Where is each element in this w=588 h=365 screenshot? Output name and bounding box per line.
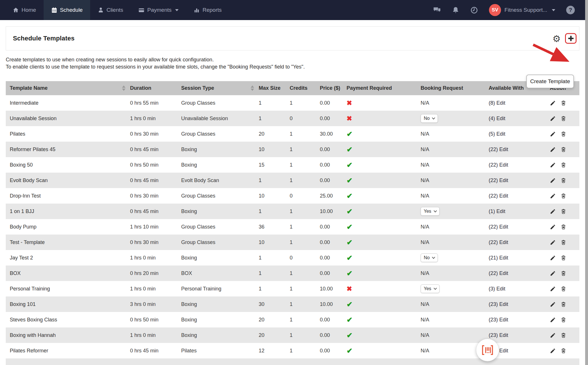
gear-icon[interactable]: ⚙ [552, 34, 561, 43]
delete-template-button[interactable] [560, 224, 566, 230]
payment-required-no-icon: ✖ [347, 99, 352, 107]
delete-template-button[interactable] [560, 100, 566, 106]
edit-template-button[interactable] [550, 255, 556, 261]
delete-template-button[interactable] [560, 286, 566, 292]
booking-request-select[interactable]: Yes [421, 284, 440, 293]
credits-cell: 1 [287, 286, 317, 292]
edit-template-button[interactable] [550, 332, 556, 338]
booking-request-select[interactable]: No [421, 114, 438, 123]
nav-item-schedule[interactable]: Schedule [44, 0, 90, 20]
payment-required-cell: ✔ [344, 223, 418, 231]
barcode-scanner-button[interactable] [476, 339, 499, 361]
available-with-edit-link[interactable]: (3) Edit [489, 286, 505, 292]
delete-template-button[interactable] [560, 193, 566, 199]
edit-template-button[interactable] [550, 270, 556, 276]
trash-icon [560, 255, 566, 261]
price-cell: 0.00 [317, 239, 344, 245]
pencil-icon [550, 348, 556, 354]
available-with-edit-link[interactable]: (23) Edit [489, 332, 508, 338]
nav-item-reports[interactable]: Reports [186, 0, 229, 20]
booking-request-select[interactable]: Yes [421, 207, 440, 216]
payment-required-yes-icon: ✔ [347, 192, 353, 200]
edit-template-button[interactable] [550, 116, 556, 122]
delete-template-button[interactable] [560, 301, 566, 307]
edit-template-button[interactable] [550, 286, 556, 292]
edit-template-button[interactable] [550, 301, 556, 307]
edit-template-button[interactable] [550, 131, 556, 137]
vertical-scrollbar[interactable] [585, 0, 588, 365]
available-with-edit-link[interactable]: (23) Edit [489, 301, 508, 307]
edit-template-button[interactable] [550, 317, 556, 323]
delete-template-button[interactable] [560, 239, 566, 245]
column-header-template-name[interactable]: Template Name [6, 85, 127, 91]
create-template-button[interactable] [565, 33, 577, 44]
edit-template-button[interactable] [550, 224, 556, 230]
edit-template-button[interactable] [550, 100, 556, 106]
edit-template-button[interactable] [550, 147, 556, 153]
available-with-edit-link[interactable]: (22) Edit [489, 193, 508, 199]
available-with-edit-link[interactable]: (22) Edit [489, 239, 508, 245]
available-with-edit-link[interactable]: (4) Edit [489, 116, 505, 122]
session-type-cell: Pilates [178, 348, 256, 354]
delete-template-button[interactable] [560, 270, 566, 276]
available-with-cell: (4) Edit [486, 116, 547, 122]
price-cell: 10.00 [317, 301, 344, 307]
session-type-cell: Group Classes [178, 131, 256, 137]
nav-item-label: Clients [107, 7, 123, 13]
booking-request-cell: N/A [418, 317, 486, 323]
available-with-edit-link[interactable]: (22) Edit [489, 147, 508, 153]
delete-template-button[interactable] [560, 255, 566, 261]
reports-icon [194, 7, 200, 13]
delete-template-button[interactable] [560, 317, 566, 323]
chat-icon[interactable] [433, 6, 441, 14]
available-with-edit-link[interactable]: (22) Edit [489, 224, 508, 230]
session-type-cell: Evolt Body Scan [178, 177, 256, 184]
available-with-cell: (3) Edit [486, 286, 547, 292]
action-cell [547, 348, 579, 354]
clock-icon[interactable] [470, 6, 478, 14]
column-header-session-type[interactable]: Session Type [178, 85, 256, 91]
sort-arrows-icon[interactable] [251, 85, 254, 91]
available-with-edit-link[interactable]: (22) Edit [489, 177, 508, 184]
available-with-edit-link[interactable]: (21) Edit [489, 255, 508, 261]
available-with-edit-link[interactable]: (5) Edit [489, 131, 505, 137]
edit-template-button[interactable] [550, 177, 556, 184]
booking-request-select[interactable]: No [421, 253, 438, 262]
trash-icon [560, 162, 566, 168]
action-cell [547, 301, 579, 307]
available-with-edit-link[interactable]: (22) Edit [489, 270, 508, 276]
help-icon[interactable]: ? [566, 6, 575, 14]
delete-template-button[interactable] [560, 115, 566, 122]
max-size-cell: 1 [256, 208, 287, 214]
delete-template-button[interactable] [560, 348, 566, 354]
trash-icon [560, 177, 566, 184]
available-with-edit-link[interactable]: (22) Edit [489, 162, 508, 168]
nav-item-clients[interactable]: Clients [90, 0, 131, 20]
template-name-cell: Boxing 50 [6, 162, 127, 168]
nav-item-payments[interactable]: Payments [131, 0, 186, 20]
delete-template-button[interactable] [560, 146, 566, 153]
edit-template-button[interactable] [550, 348, 556, 354]
table-row: Steves Boxing Class0 hrs 50 minBoxing201… [6, 312, 579, 327]
table-row: Pilates0 hrs 30 minGroup Classes20130.00… [6, 126, 579, 142]
available-with-edit-link[interactable]: (1) Edit [489, 208, 505, 214]
delete-template-button[interactable] [560, 131, 566, 137]
pencil-icon [550, 208, 556, 214]
delete-template-button[interactable] [560, 208, 566, 214]
edit-template-button[interactable] [550, 208, 556, 214]
account-menu[interactable]: SV Fitness Support... [489, 4, 555, 16]
available-with-edit-link[interactable]: (8) Edit [489, 100, 505, 106]
edit-template-button[interactable] [550, 239, 556, 245]
column-label: Session Type [181, 85, 214, 91]
delete-template-button[interactable] [560, 332, 566, 338]
edit-template-button[interactable] [550, 193, 556, 199]
bell-icon[interactable] [452, 6, 459, 14]
available-with-edit-link[interactable]: (23) Edit [489, 317, 508, 323]
edit-template-button[interactable] [550, 162, 556, 168]
delete-template-button[interactable] [560, 177, 566, 184]
nav-item-home[interactable]: Home [13, 0, 44, 20]
sort-arrows-icon[interactable] [122, 85, 125, 91]
delete-template-button[interactable] [560, 162, 566, 168]
pencil-icon [550, 332, 556, 338]
table-row: Test - Template0 hrs 30 minGroup Classes… [6, 235, 579, 250]
